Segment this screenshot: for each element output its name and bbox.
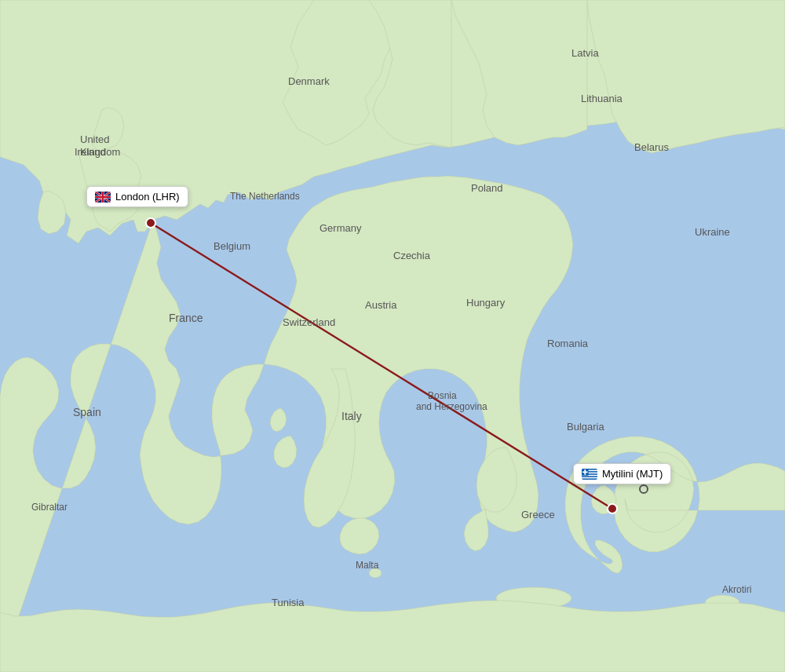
country-label-romania: Romania bbox=[547, 338, 589, 349]
london-dot bbox=[146, 218, 155, 228]
country-label-ukraine: Ukraine bbox=[695, 226, 730, 238]
country-label-germany: Germany bbox=[319, 222, 362, 234]
country-label-switzerland: Switzerland bbox=[283, 316, 335, 328]
country-label-bosnia2: and Herzegovina bbox=[416, 401, 487, 412]
country-label-france: France bbox=[169, 312, 203, 324]
country-label-lithuania: Lithuania bbox=[581, 93, 623, 104]
country-label-latvia: Latvia bbox=[571, 47, 599, 59]
country-label-gibraltar: Gibraltar bbox=[31, 502, 68, 513]
country-label-denmark: Denmark bbox=[288, 75, 330, 87]
mytilini-dot bbox=[608, 504, 617, 513]
country-label-uk: United bbox=[80, 133, 110, 145]
country-label-poland: Poland bbox=[471, 182, 502, 194]
country-label-netherlands: The Netherlands bbox=[230, 191, 300, 202]
country-label-greece: Greece bbox=[521, 509, 555, 520]
country-label-belgium: Belgium bbox=[214, 240, 250, 252]
country-label-belarus: Belarus bbox=[634, 141, 670, 153]
country-label-malta: Malta bbox=[356, 560, 379, 571]
country-label-spain: Spain bbox=[73, 406, 101, 418]
country-label-bosnia1: Bosnia bbox=[428, 390, 457, 401]
country-label-italy: Italy bbox=[341, 410, 362, 422]
country-label-bulgaria: Bulgaria bbox=[567, 421, 604, 433]
country-label-tunisia: Tunisia bbox=[272, 597, 305, 608]
country-label-czechia: Czechia bbox=[393, 250, 431, 261]
map-container: Ireland United Kingdom Denmark Latvia Li… bbox=[0, 0, 785, 672]
map-svg: Ireland United Kingdom Denmark Latvia Li… bbox=[0, 0, 785, 672]
country-label-uk2: Kingdom bbox=[80, 146, 120, 158]
country-label-austria: Austria bbox=[365, 299, 397, 311]
country-label-akrotiri: Akrotiri bbox=[722, 584, 751, 595]
country-label-hungary: Hungary bbox=[466, 297, 506, 309]
